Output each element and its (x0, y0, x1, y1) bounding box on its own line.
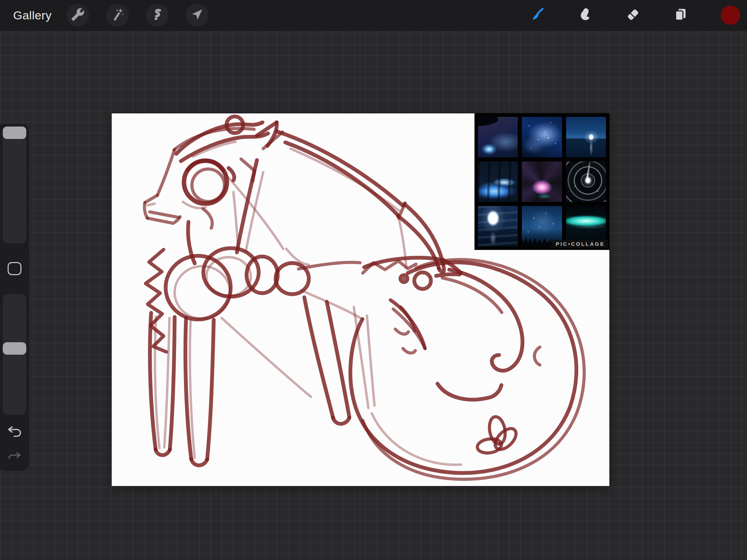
modify-button[interactable] (8, 262, 21, 275)
actions-button[interactable] (66, 4, 89, 27)
collage-tile-shoreline (478, 117, 518, 157)
smudge-tool-button[interactable] (573, 4, 596, 27)
undo-button[interactable] (7, 424, 22, 440)
redo-arrow-icon (7, 460, 22, 466)
opacity-handle[interactable] (3, 342, 26, 355)
gallery-button[interactable]: Gallery (13, 0, 52, 30)
collage-tile-whirlpool (566, 161, 606, 202)
redo-button[interactable] (7, 449, 22, 465)
layers-button[interactable] (669, 4, 692, 27)
wrench-icon (71, 8, 85, 23)
collage-tile-forest-stream (478, 161, 518, 202)
smudge-finger-icon (577, 7, 592, 24)
layers-icon (673, 7, 689, 24)
collage-tile-lotus (522, 161, 562, 202)
selection-button[interactable] (146, 4, 169, 27)
color-swatch-button[interactable] (721, 6, 740, 25)
move-arrow-icon (190, 8, 204, 23)
eraser-icon (625, 7, 641, 24)
adjustments-button[interactable] (106, 4, 129, 27)
drawing-canvas[interactable]: PIC•COLLAGE (112, 113, 609, 486)
undo-arrow-icon (7, 435, 22, 441)
top-toolbar: Gallery (0, 0, 747, 30)
paint-tool-button[interactable] (525, 4, 548, 27)
paintbrush-icon (529, 7, 545, 24)
magic-wand-icon (111, 8, 124, 23)
brush-size-handle[interactable] (3, 127, 26, 139)
collage-tile-full-moon (478, 206, 518, 246)
collage-tile-nebula (522, 117, 562, 157)
sidebar-panel (0, 124, 29, 471)
pic-collage-watermark: PIC•COLLAGE (550, 240, 608, 248)
erase-tool-button[interactable] (621, 4, 644, 27)
reference-collage: PIC•COLLAGE (474, 113, 609, 250)
brush-size-slider[interactable] (3, 127, 26, 243)
collage-tile-moon-horizon (566, 117, 606, 157)
selection-s-icon (150, 8, 164, 23)
opacity-slider[interactable] (3, 294, 26, 415)
transform-button[interactable] (186, 4, 209, 27)
app-root: { "toolbar": { "gallery_label": "Gallery… (0, 0, 747, 560)
